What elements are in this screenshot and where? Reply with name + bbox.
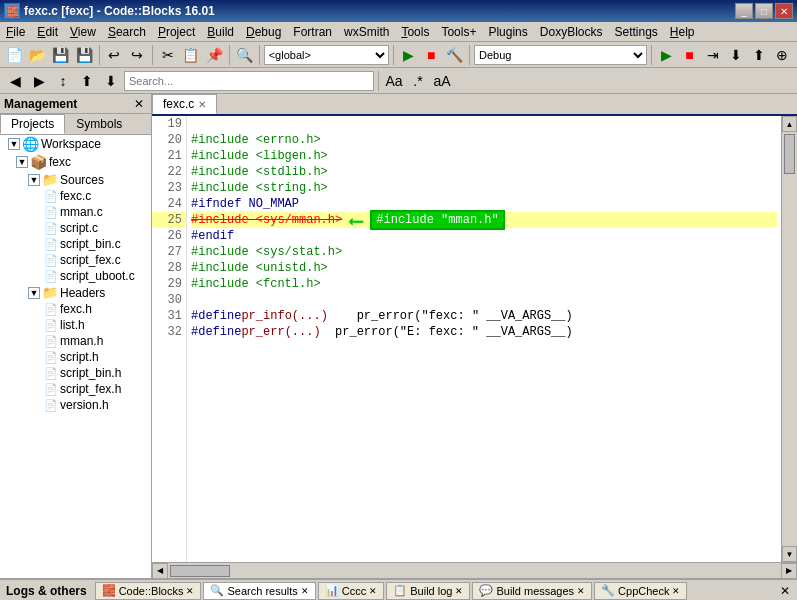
undo-button[interactable]: ↩ xyxy=(104,44,125,66)
sep-search xyxy=(378,71,379,91)
tree-sources[interactable]: ▼ 📁 Sources xyxy=(0,171,151,188)
list-item-fexc-h[interactable]: 📄 fexc.h xyxy=(0,301,151,317)
tree-workspace[interactable]: ▼ 🌐 Workspace xyxy=(0,135,151,153)
list-item-script-bin-c[interactable]: 📄 script_bin.c xyxy=(0,236,151,252)
prev-result-button[interactable]: ⬆ xyxy=(76,70,98,92)
menu-file[interactable]: File xyxy=(0,23,31,41)
debug-mode-dropdown[interactable]: Debug xyxy=(474,45,647,65)
back-button[interactable]: ◀ xyxy=(4,70,26,92)
menu-plugins[interactable]: Plugins xyxy=(482,23,533,41)
jump-button[interactable]: ↕ xyxy=(52,70,74,92)
build-messages-tab-close[interactable]: ✕ xyxy=(577,586,585,596)
tab-cppcheck[interactable]: 🔧 CppCheck ✕ xyxy=(594,582,687,600)
tab-build-messages[interactable]: 💬 Build messages ✕ xyxy=(472,582,592,600)
tab-build-log[interactable]: 📋 Build log ✕ xyxy=(386,582,470,600)
save-all-button[interactable]: 💾 xyxy=(74,44,95,66)
title-bar-left: 🧱 fexc.c [fexc] - Code::Blocks 16.01 xyxy=(4,3,215,19)
list-item-version-h[interactable]: 📄 version.h xyxy=(0,397,151,413)
tree-project-fexc[interactable]: ▼ 📦 fexc xyxy=(0,153,151,171)
global-scope-dropdown[interactable]: <global> xyxy=(264,45,389,65)
maximize-button[interactable]: □ xyxy=(755,3,773,19)
forward-button[interactable]: ▶ xyxy=(28,70,50,92)
editor-vscroll[interactable]: ▲ ▼ xyxy=(781,116,797,562)
menu-build[interactable]: Build xyxy=(201,23,240,41)
editor-tab-close-icon[interactable]: ✕ xyxy=(198,99,206,110)
run-button[interactable]: ▶ xyxy=(397,44,418,66)
list-item-list-h[interactable]: 📄 list.h xyxy=(0,317,151,333)
list-item-script-bin-h[interactable]: 📄 script_bin.h xyxy=(0,365,151,381)
code-line-20: #include <errno.h> xyxy=(191,132,777,148)
menu-settings[interactable]: Settings xyxy=(608,23,663,41)
step-over-button[interactable]: ⇥ xyxy=(702,44,723,66)
cccc-tab-close[interactable]: ✕ xyxy=(369,586,377,596)
hscroll-left-button[interactable]: ◀ xyxy=(152,563,168,579)
build-button[interactable]: 🔨 xyxy=(444,44,465,66)
match-case-button[interactable]: aA xyxy=(431,70,453,92)
headers-expander[interactable]: ▼ xyxy=(28,287,40,299)
hscroll-right-button[interactable]: ▶ xyxy=(781,563,797,579)
debug-run-button[interactable]: ▶ xyxy=(656,44,677,66)
redo-button[interactable]: ↪ xyxy=(127,44,148,66)
sidebar-close-button[interactable]: ✕ xyxy=(131,96,147,112)
code-area[interactable]: #include <errno.h> #include <libgen.h> #… xyxy=(187,116,781,562)
save-button[interactable]: 💾 xyxy=(50,44,71,66)
bottom-panel-close-button[interactable]: ✕ xyxy=(777,583,793,599)
codeblocks-tab-close[interactable]: ✕ xyxy=(186,586,194,596)
menu-view[interactable]: View xyxy=(64,23,102,41)
minimize-button[interactable]: _ xyxy=(735,3,753,19)
stop-button[interactable]: ■ xyxy=(421,44,442,66)
scroll-up-button[interactable]: ▲ xyxy=(782,116,797,132)
workspace-expander[interactable]: ▼ xyxy=(8,138,20,150)
menu-fortran[interactable]: Fortran xyxy=(287,23,338,41)
search-results-tab-close[interactable]: ✕ xyxy=(301,586,309,596)
step-into-button[interactable]: ⬇ xyxy=(725,44,746,66)
list-item-script-fex-h[interactable]: 📄 script_fex.h xyxy=(0,381,151,397)
list-item-script-uboot-c[interactable]: 📄 script_uboot.c xyxy=(0,268,151,284)
menu-tools-plus[interactable]: Tools+ xyxy=(435,23,482,41)
regex-button[interactable]: .* xyxy=(407,70,429,92)
list-item-mman-h[interactable]: 📄 mman.h xyxy=(0,333,151,349)
find-button[interactable]: 🔍 xyxy=(234,44,255,66)
cut-button[interactable]: ✂ xyxy=(157,44,178,66)
list-item-mman-c[interactable]: 📄 mman.c xyxy=(0,204,151,220)
hscroll-thumb[interactable] xyxy=(170,565,230,577)
menu-search[interactable]: Search xyxy=(102,23,152,41)
list-item-script-fex-c[interactable]: 📄 script_fex.c xyxy=(0,252,151,268)
tab-codeblocks[interactable]: 🧱 Code::Blocks ✕ xyxy=(95,582,202,600)
search-options-button[interactable]: Aa xyxy=(383,70,405,92)
search-input[interactable] xyxy=(124,71,374,91)
menu-help[interactable]: Help xyxy=(664,23,701,41)
list-item-fexc-c[interactable]: 📄 fexc.c xyxy=(0,188,151,204)
next-result-button[interactable]: ⬇ xyxy=(100,70,122,92)
menu-edit[interactable]: Edit xyxy=(31,23,64,41)
menu-tools[interactable]: Tools xyxy=(395,23,435,41)
menu-wxsmith[interactable]: wxSmith xyxy=(338,23,395,41)
scroll-down-button[interactable]: ▼ xyxy=(782,546,797,562)
tab-symbols[interactable]: Symbols xyxy=(65,114,133,134)
tree-headers[interactable]: ▼ 📁 Headers xyxy=(0,284,151,301)
menu-project[interactable]: Project xyxy=(152,23,201,41)
tab-projects[interactable]: Projects xyxy=(0,114,65,134)
editor-tab-fexc-c[interactable]: fexc.c ✕ xyxy=(152,94,217,114)
menu-doxyblocks[interactable]: DoxyBlocks xyxy=(534,23,609,41)
new-file-button[interactable]: 📄 xyxy=(4,44,25,66)
breakpoint-button[interactable]: ⊕ xyxy=(772,44,793,66)
tab-cccc[interactable]: 📊 Cccc ✕ xyxy=(318,582,384,600)
tab-search-results[interactable]: 🔍 Search results ✕ xyxy=(203,582,315,600)
step-out-button[interactable]: ⬆ xyxy=(749,44,770,66)
build-log-tab-close[interactable]: ✕ xyxy=(455,586,463,596)
fexc-expander[interactable]: ▼ xyxy=(16,156,28,168)
paste-button[interactable]: 📌 xyxy=(203,44,224,66)
cppcheck-tab-close[interactable]: ✕ xyxy=(672,586,680,596)
menu-debug[interactable]: Debug xyxy=(240,23,287,41)
sidebar-tab-bar: Projects Symbols xyxy=(0,114,151,135)
list-item-script-c[interactable]: 📄 script.c xyxy=(0,220,151,236)
debug-stop-button[interactable]: ■ xyxy=(679,44,700,66)
open-file-button[interactable]: 📂 xyxy=(27,44,48,66)
sources-expander[interactable]: ▼ xyxy=(28,174,40,186)
window-controls[interactable]: _ □ ✕ xyxy=(735,3,793,19)
list-item-script-h[interactable]: 📄 script.h xyxy=(0,349,151,365)
close-button[interactable]: ✕ xyxy=(775,3,793,19)
scroll-thumb[interactable] xyxy=(784,134,795,174)
copy-button[interactable]: 📋 xyxy=(180,44,201,66)
